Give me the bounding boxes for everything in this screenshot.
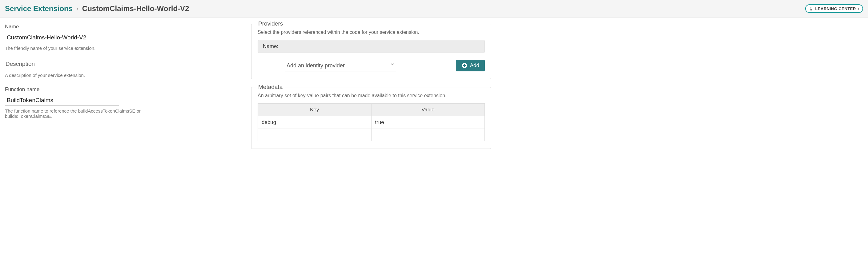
metadata-table: Key Value debug true [258, 103, 485, 141]
metadata-key-cell[interactable] [258, 129, 372, 141]
name-label: Name [5, 24, 239, 30]
add-provider-button[interactable]: Add [456, 60, 485, 71]
metadata-legend: Metadata [256, 84, 285, 91]
metadata-description: An arbitrary set of key-value pairs that… [258, 93, 485, 98]
metadata-key-header: Key [258, 104, 372, 116]
providers-fieldset: Providers Select the providers reference… [251, 24, 491, 79]
metadata-fieldset: Metadata An arbitrary set of key-value p… [251, 87, 491, 149]
learning-center-label: LEARNING CENTER [815, 6, 856, 11]
chevron-right-icon: › [858, 6, 859, 11]
breadcrumb-root[interactable]: Service Extensions [5, 4, 73, 13]
providers-legend: Providers [256, 20, 285, 27]
table-row[interactable] [258, 129, 485, 141]
metadata-value-cell[interactable] [371, 129, 485, 141]
providers-name-bar: Name: [258, 40, 485, 53]
plus-circle-icon [461, 63, 468, 69]
identity-provider-select[interactable]: Add an identity provider [285, 60, 396, 71]
description-label: Description [5, 61, 35, 67]
description-help: A description of your service extension. [5, 73, 239, 78]
chevron-right-icon: › [76, 5, 79, 12]
metadata-key-cell[interactable]: debug [258, 116, 372, 129]
learning-center-button[interactable]: LEARNING CENTER › [805, 4, 863, 13]
lightbulb-icon [809, 6, 813, 11]
metadata-value-header: Value [371, 104, 485, 116]
add-button-label: Add [470, 63, 479, 69]
metadata-value-cell[interactable]: true [371, 116, 485, 129]
name-input[interactable] [5, 32, 119, 43]
breadcrumb-current: CustomClaims-Hello-World-V2 [82, 4, 189, 13]
table-row[interactable]: debug true [258, 116, 485, 129]
function-name-input[interactable] [5, 95, 119, 106]
providers-description: Select the providers referenced within t… [258, 30, 485, 35]
function-name-help: The function name to reference the build… [5, 108, 177, 119]
name-help: The friendly name of your service extens… [5, 45, 239, 51]
function-name-label: Function name [5, 87, 239, 93]
breadcrumb: Service Extensions › CustomClaims-Hello-… [5, 4, 189, 13]
